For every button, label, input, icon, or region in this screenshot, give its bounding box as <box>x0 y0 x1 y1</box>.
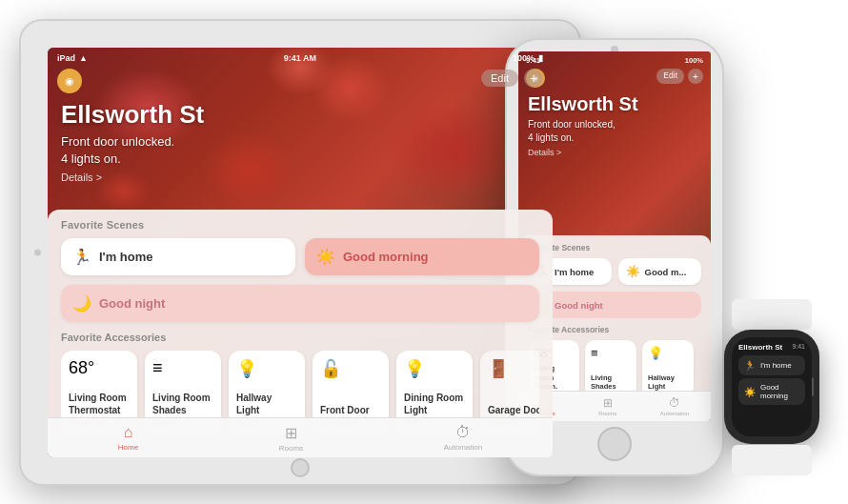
iphone-shades-icon: ≡ <box>591 346 631 360</box>
ipad-tab-home-label: Home <box>118 443 138 452</box>
ipad-frontdoor-name: Front Door <box>320 404 381 416</box>
iphone-scenes-title: Favorite Scenes <box>528 243 701 252</box>
ipad-battery-icon: ▮ <box>538 53 543 63</box>
iphone-scene-good-morning-icon: ☀️ <box>626 265 640 278</box>
ipad-home-button[interactable] <box>291 458 310 477</box>
ipad-edit-button[interactable]: Edit <box>481 70 518 87</box>
ipad-shades-icon: ≡ <box>152 358 213 378</box>
ipad-camera <box>34 250 41 256</box>
iphone-home-title: Ellsworth St <box>528 93 638 115</box>
ipad-time: 9:41 AM <box>284 53 316 63</box>
ipad-garage-icon: 🚪 <box>488 358 539 379</box>
iphone-details-link[interactable]: Details > <box>528 148 638 157</box>
ipad-screen: iPad ▲ 9:41 AM 100% ▮ ◉ Edit + Ellswo <box>48 48 553 457</box>
ipad-hallway-icon: 💡 <box>236 358 297 379</box>
iphone-scene-im-home-label: I'm home <box>555 267 594 277</box>
ipad-tab-automation[interactable]: ⏱ Automation <box>444 424 482 452</box>
iphone-scene-good-morning[interactable]: ☀️ Good m... <box>618 258 702 285</box>
ipad-tab-automation-label: Automation <box>444 443 482 452</box>
ipad-thermostat-name: Living Room Thermostat <box>69 392 130 416</box>
iphone-home-subtitle: Front door unlocked, 4 lights on. <box>528 118 638 145</box>
ipad-status-bar: iPad ▲ 9:41 AM 100% ▮ <box>48 48 553 69</box>
iphone-battery: 100% <box>685 56 703 65</box>
ipad-location-icon: ◉ <box>65 75 74 88</box>
iphone-tab-rooms-label: Rooms <box>598 411 616 416</box>
ipad-battery-text: 100% <box>513 53 535 63</box>
ipad-home-info: Ellsworth St Front door unlocked. 4 ligh… <box>61 100 204 183</box>
ipad-garage-name: Garage Door <box>488 404 539 416</box>
iphone-acc-shades[interactable]: ≡ Living Shades <box>585 340 636 397</box>
watch-home-name: Ellsworth St <box>738 343 782 352</box>
ipad-frontdoor-icon: 🔓 <box>320 358 381 379</box>
watch-item-im-home-label: I'm home <box>760 361 792 370</box>
watch-item-im-home[interactable]: 🏃 I'm home <box>738 355 805 375</box>
watch-item-good-morning-icon: ☀️ <box>744 387 756 397</box>
ipad-scene-im-home[interactable]: 🏃 I'm home <box>61 238 295 275</box>
iphone-tab-rooms-icon: ⊞ <box>603 396 613 410</box>
ipad-battery: 100% ▮ <box>513 53 543 63</box>
ipad-shades-name: Living Room Shades <box>152 392 213 416</box>
ipad-device: iPad ▲ 9:41 AM 100% ▮ ◉ Edit + Ellswo <box>19 19 581 486</box>
watch-strap-bottom <box>732 445 812 475</box>
iphone-tab-automation-icon: ⏱ <box>669 396 680 410</box>
ipad-tab-rooms-label: Rooms <box>279 444 303 453</box>
iphone-tab-rooms[interactable]: ⊞ Rooms <box>598 396 616 416</box>
watch-device: Ellsworth St 9:41 🏃 I'm home ☀️ Good mor… <box>715 318 829 456</box>
ipad-content-area: Favorite Scenes 🏃 I'm home ☀️ Good morni… <box>48 210 553 457</box>
iphone-home-info: Ellsworth St Front door unlocked, 4 ligh… <box>528 93 638 157</box>
ipad-tab-rooms[interactable]: ⊞ Rooms <box>279 424 303 453</box>
iphone-scene-good-night[interactable]: 🌙 Good night <box>528 292 701 318</box>
watch-content: Ellsworth St 9:41 🏃 I'm home ☀️ Good mor… <box>732 337 812 436</box>
ipad-scene-good-morning-icon: ☀️ <box>316 248 335 266</box>
iphone-hallway-name: Hallway Light <box>648 373 688 393</box>
iphone-accessories-title: Favorite Accessories <box>528 325 701 334</box>
iphone-scene-good-night-label: Good night <box>555 300 603 311</box>
ipad-hallway-name: Hallway Light <box>236 392 297 416</box>
iphone-hallway-icon: 💡 <box>648 346 688 360</box>
watch-time: 9:41 <box>792 343 805 350</box>
ipad-carrier: iPad <box>57 53 75 63</box>
main-container: iPad ▲ 9:41 AM 100% ▮ ◉ Edit + Ellswo <box>0 0 848 504</box>
ipad-add-button[interactable]: + <box>524 69 543 88</box>
ipad-home-title: Ellsworth St <box>61 100 204 130</box>
ipad-scenes-section-title: Favorite Scenes <box>61 219 539 231</box>
iphone-home-button[interactable] <box>597 427 632 461</box>
ipad-status-left: iPad ▲ <box>57 53 88 63</box>
watch-item-good-morning[interactable]: ☀️ Good morning <box>738 378 805 405</box>
ipad-thermostat-icon: 68° <box>69 358 130 378</box>
ipad-scene-good-morning[interactable]: ☀️ Good morning <box>305 238 539 275</box>
ipad-tab-automation-icon: ⏱ <box>455 424 471 441</box>
iphone-tab-automation[interactable]: ⏱ Automation <box>660 396 689 416</box>
iphone-acc-hallway[interactable]: 💡 Hallway Light <box>642 340 694 397</box>
ipad-dininglight-name: Dining Room Light <box>404 392 465 416</box>
ipad-location-button[interactable]: ◉ <box>57 69 82 93</box>
iphone-edit-button[interactable]: Edit <box>656 69 684 84</box>
ipad-tab-bar: ⌂ Home ⊞ Rooms ⏱ Automation <box>48 417 553 457</box>
ipad-tab-home-icon: ⌂ <box>124 424 133 441</box>
ipad-top-controls: Edit + <box>481 69 543 88</box>
ipad-scene-good-night-label: Good night <box>99 296 165 311</box>
iphone-scenes-row: 🏃 I'm home ☀️ Good m... <box>528 258 701 285</box>
ipad-tab-rooms-icon: ⊞ <box>285 424 297 442</box>
watch-screen: Ellsworth St 9:41 🏃 I'm home ☀️ Good mor… <box>732 337 812 436</box>
iphone-shades-name: Living Shades <box>591 373 631 393</box>
ipad-details-link[interactable]: Details > <box>61 171 204 183</box>
ipad-scene-good-night[interactable]: 🌙 Good night <box>61 285 539 322</box>
watch-body: Ellsworth St 9:41 🏃 I'm home ☀️ Good mor… <box>724 330 819 444</box>
iphone-add-button[interactable]: + <box>688 69 703 84</box>
watch-item-im-home-icon: 🏃 <box>744 360 756 371</box>
watch-strap-top <box>732 299 812 330</box>
iphone-scene-good-morning-label: Good m... <box>645 267 687 277</box>
watch-header: Ellsworth St 9:41 <box>738 343 805 352</box>
ipad-dininglight-icon: 💡 <box>404 358 465 379</box>
iphone-tab-automation-label: Automation <box>660 411 689 416</box>
ipad-scene-good-morning-label: Good morning <box>343 250 429 264</box>
ipad-scene-im-home-label: I'm home <box>99 250 153 264</box>
ipad-scene-im-home-icon: 🏃 <box>72 248 91 266</box>
ipad-tab-home[interactable]: ⌂ Home <box>118 424 138 452</box>
ipad-wifi-icon: ▲ <box>79 53 88 63</box>
iphone-accessories-row: 68° Living Room Therm. ≡ Living Shades 💡… <box>528 340 701 397</box>
ipad-scene-good-night-icon: 🌙 <box>72 294 91 312</box>
ipad-scenes-row: 🏃 I'm home ☀️ Good morning <box>61 238 539 275</box>
ipad-home-subtitle: Front door unlocked. 4 lights on. <box>61 133 204 168</box>
